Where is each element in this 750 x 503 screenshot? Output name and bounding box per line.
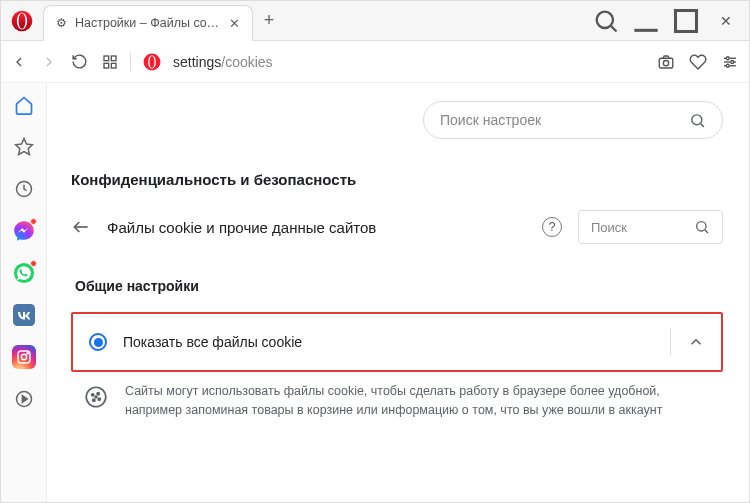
svg-rect-14 — [659, 58, 673, 68]
minimize-button[interactable] — [629, 7, 663, 35]
svg-point-39 — [93, 399, 95, 401]
svg-rect-6 — [676, 10, 697, 31]
svg-rect-8 — [111, 56, 116, 61]
svg-point-28 — [27, 353, 28, 354]
sidebar-home[interactable] — [12, 93, 36, 117]
option-label: Показать все файлы cookie — [123, 334, 654, 350]
svg-point-37 — [92, 394, 94, 396]
svg-point-21 — [726, 64, 729, 67]
notification-dot — [30, 218, 37, 225]
search-placeholder: Поиск настроек — [440, 112, 541, 128]
help-button[interactable]: ? — [542, 217, 562, 237]
sidebar-history[interactable] — [12, 177, 36, 201]
active-tab[interactable]: ⚙ Настройки – Файлы cookie ✕ — [43, 5, 253, 41]
option-show-all-cookies[interactable]: Показать все файлы cookie — [77, 318, 717, 366]
svg-line-4 — [611, 26, 616, 31]
subsection-header: Файлы cookie и прочие данные сайтов ? По… — [71, 210, 723, 244]
tab-bar: ⚙ Настройки – Файлы cookie ✕ + ✕ — [1, 1, 749, 41]
sidebar-bookmarks[interactable] — [12, 135, 36, 159]
opera-icon-small — [143, 53, 161, 71]
search-window-icon[interactable] — [589, 7, 623, 35]
svg-point-19 — [726, 56, 729, 59]
svg-point-15 — [663, 60, 668, 65]
svg-point-31 — [692, 114, 702, 124]
sidebar — [1, 83, 47, 502]
section-title: Конфиденциальность и безопасность — [71, 171, 723, 188]
back-arrow-button[interactable] — [71, 217, 91, 237]
subsection-search[interactable]: Поиск — [578, 210, 723, 244]
option-description: Сайты могут использовать файлы cookie, ч… — [125, 382, 711, 420]
svg-marker-30 — [22, 396, 27, 403]
snapshot-icon[interactable] — [657, 53, 675, 71]
svg-rect-10 — [111, 63, 116, 68]
sidebar-player[interactable] — [12, 387, 36, 411]
settings-search[interactable]: Поиск настроек — [423, 101, 723, 139]
svg-point-20 — [731, 60, 734, 63]
svg-point-40 — [98, 398, 100, 400]
nav-forward-button[interactable] — [41, 54, 57, 70]
easysetup-icon[interactable] — [721, 53, 739, 71]
mini-search-placeholder: Поиск — [591, 220, 627, 235]
url-host: settings — [173, 54, 221, 70]
sidebar-whatsapp[interactable] — [12, 261, 36, 285]
svg-point-3 — [597, 11, 613, 27]
gear-icon: ⚙ — [56, 16, 67, 30]
svg-point-38 — [97, 393, 99, 395]
sidebar-instagram[interactable] — [12, 345, 36, 369]
nav-back-button[interactable] — [11, 54, 27, 70]
maximize-button[interactable] — [669, 7, 703, 35]
highlighted-option: Показать все файлы cookie — [71, 312, 723, 372]
url-text[interactable]: settings/cookies — [173, 54, 273, 70]
close-window-button[interactable]: ✕ — [709, 7, 743, 35]
search-icon — [689, 112, 706, 129]
svg-line-35 — [705, 230, 708, 233]
svg-point-34 — [697, 222, 706, 231]
svg-rect-9 — [104, 63, 109, 68]
tab-title: Настройки – Файлы cookie — [75, 16, 221, 30]
group-title: Общие настройки — [71, 278, 723, 294]
close-tab-button[interactable]: ✕ — [229, 16, 240, 31]
svg-point-13 — [150, 56, 155, 68]
sidebar-vk[interactable] — [12, 303, 36, 327]
cookie-icon — [83, 384, 109, 410]
new-tab-button[interactable]: + — [253, 10, 285, 31]
svg-point-27 — [21, 354, 26, 359]
speed-dial-icon[interactable] — [102, 54, 118, 70]
svg-point-41 — [95, 396, 97, 398]
radio-selected-icon — [89, 333, 107, 351]
svg-rect-7 — [104, 56, 109, 61]
svg-point-2 — [19, 13, 26, 28]
subsection-title: Файлы cookie и прочие данные сайтов — [107, 219, 526, 236]
search-icon — [694, 219, 710, 235]
reload-button[interactable] — [71, 53, 88, 70]
heart-icon[interactable] — [689, 53, 707, 71]
expand-chevron-icon[interactable] — [687, 333, 705, 351]
settings-content: Поиск настроек Конфиденциальность и безо… — [47, 83, 749, 502]
svg-line-32 — [701, 123, 704, 126]
separator — [130, 53, 131, 71]
opera-logo — [11, 10, 33, 32]
address-bar: settings/cookies — [1, 41, 749, 83]
url-path: /cookies — [221, 54, 272, 70]
sidebar-messenger[interactable] — [12, 219, 36, 243]
notification-dot — [30, 260, 37, 267]
option-description-row: Сайты могут использовать файлы cookie, ч… — [71, 378, 723, 420]
svg-marker-22 — [15, 139, 32, 155]
divider — [670, 328, 671, 356]
